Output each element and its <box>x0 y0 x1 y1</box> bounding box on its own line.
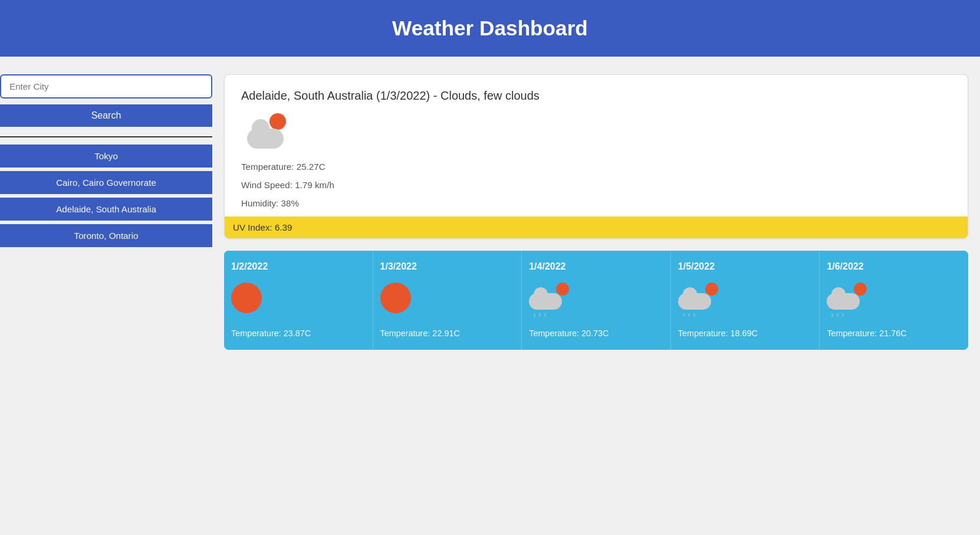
rain-cloud-icon <box>678 283 719 318</box>
forecast-day: 1/6/2022 Temperature: 21.76C <box>820 251 968 350</box>
sun-icon <box>231 283 272 318</box>
current-weather-icon <box>247 113 951 151</box>
forecast-day: 1/2/2022Temperature: 23.87C <box>224 251 373 350</box>
forecast-temperature: Temperature: 23.87C <box>231 329 311 338</box>
forecast-temperature: Temperature: 21.76C <box>827 329 906 338</box>
current-weather-title: Adelaide, South Australia (1/3/2022) - C… <box>241 89 951 103</box>
forecast-date: 1/5/2022 <box>678 261 715 272</box>
forecast-day: 1/5/2022 Temperature: 18.69C <box>671 251 820 350</box>
cloud-sun-icon <box>247 113 288 149</box>
rain-cloud-icon <box>529 283 570 317</box>
rain-cloud-icon <box>827 283 868 318</box>
sun-icon <box>380 283 422 318</box>
city-button-toronto[interactable]: Toronto, Ontario <box>0 224 212 247</box>
temperature-label: Temperature: 25.27C <box>241 162 951 172</box>
search-button[interactable]: Search <box>0 104 212 127</box>
city-button-cairo[interactable]: Cairo, Cairo Governorate <box>0 171 212 194</box>
content-area: Adelaide, South Australia (1/3/2022) - C… <box>224 74 968 350</box>
forecast-date: 1/2/2022 <box>231 261 268 272</box>
rain-cloud-icon <box>678 283 719 317</box>
uv-index-label: UV Index: 6.39 <box>233 222 292 232</box>
sun-icon <box>231 283 262 313</box>
city-button-adelaide[interactable]: Adelaide, South Australia <box>0 198 212 221</box>
sun-icon <box>380 283 411 313</box>
forecast-date: 1/4/2022 <box>529 261 565 272</box>
forecast-temperature: Temperature: 20.73C <box>529 329 609 338</box>
sidebar-divider <box>0 136 212 137</box>
app-title: Weather Dashboard <box>0 17 980 40</box>
forecast-day: 1/4/2022 Temperature: 20.73C <box>522 251 671 350</box>
rain-cloud-icon <box>529 283 570 318</box>
rain-cloud-icon <box>827 283 868 317</box>
wind-speed-label: Wind Speed: 1.79 km/h <box>241 180 951 190</box>
weather-details: Temperature: 25.27C Wind Speed: 1.79 km/… <box>241 162 951 208</box>
forecast-temperature: Temperature: 18.69C <box>678 329 758 338</box>
app-header: Weather Dashboard <box>0 0 980 57</box>
forecast-day: 1/3/2022Temperature: 22.91C <box>373 251 522 350</box>
current-weather-card: Adelaide, South Australia (1/3/2022) - C… <box>224 74 968 239</box>
forecast-date: 1/3/2022 <box>380 261 417 272</box>
uv-index-bar: UV Index: 6.39 <box>225 216 968 238</box>
forecast-date: 1/6/2022 <box>827 261 863 272</box>
city-button-tokyo[interactable]: Tokyo <box>0 145 212 168</box>
sidebar: Search Tokyo Cairo, Cairo Governorate Ad… <box>0 74 224 350</box>
humidity-label: Humidity: 38% <box>241 198 951 208</box>
city-search-input[interactable] <box>0 74 212 99</box>
forecast-temperature: Temperature: 22.91C <box>380 329 460 338</box>
forecast-strip: 1/2/2022Temperature: 23.87C1/3/2022Tempe… <box>224 251 968 350</box>
